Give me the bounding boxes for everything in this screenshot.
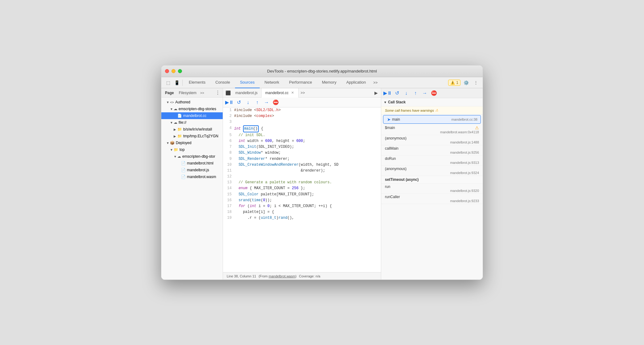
resume-button[interactable]: ▶⏸ — [225, 98, 233, 106]
code-line-12: 12 — [223, 174, 381, 180]
tree-file-protocol[interactable]: ▼ ☁ file:// — [161, 119, 223, 126]
tab-sources[interactable]: Sources — [235, 77, 260, 88]
code-line-19: 19 .r = (uint8_t)rand(), — [223, 215, 381, 221]
step-into-button[interactable]: ↓ — [244, 98, 252, 106]
tab-application[interactable]: Application — [341, 77, 371, 88]
call-frame-anon2[interactable]: (anonymous) mandelbrot.js:9324 — [381, 166, 483, 176]
editor-tab-js[interactable]: mandelbrot.js — [232, 88, 262, 98]
warning-icon: ⚠️ — [450, 81, 455, 85]
call-stack-header[interactable]: ▼ Call Stack — [381, 98, 483, 106]
code-line-16: 16 srand(time(0)); — [223, 197, 381, 203]
tree-authored[interactable]: ▼ <> Authored — [161, 99, 223, 106]
code-line-7: 7 SDL_Init(SDL_INIT_VIDEO); — [223, 144, 381, 150]
tree-mandelbrot-html[interactable]: 📄 mandelbrot.html — [161, 160, 223, 167]
step-button[interactable]: → — [262, 98, 270, 106]
sidebar-tab-filesystem[interactable]: Filesystem — [176, 88, 199, 98]
status-line-col: Line 38, Column 11 — [227, 274, 256, 278]
frame-name-callmain: callMain — [385, 146, 479, 151]
rp-step-button[interactable]: → — [421, 89, 429, 97]
tree-install-folder[interactable]: ▶ 📁 b/s/w/ir/x/w/install — [161, 126, 223, 133]
close-tab-cc-button[interactable]: ✕ — [290, 91, 295, 95]
call-frame-run[interactable]: run mandelbrot.js:9320 — [381, 184, 483, 194]
tab-console[interactable]: Console — [210, 77, 235, 88]
frame-name-dorun: doRun — [385, 156, 479, 161]
sidebar-tab-page[interactable]: Page — [163, 88, 176, 98]
minimize-button[interactable] — [171, 69, 175, 73]
tree-tmp-folder[interactable]: ▶ 📁 tmp/tmp.ELcTq2YGN — [161, 133, 223, 139]
frame-loc-run: mandelbrot.js:9320 — [385, 189, 479, 193]
rp-deactivate-button[interactable]: ⛔ — [430, 89, 438, 97]
call-frame-anon1[interactable]: (anonymous) mandelbrot.js:1488 — [381, 135, 483, 145]
call-frame-main[interactable]: ➤ main mandelbrot.cc:38 — [383, 115, 481, 124]
file-icon: 📄 — [177, 114, 182, 118]
code-line-14: 14 enum { MAX_ITER_COUNT = 256 }; — [223, 185, 381, 191]
tree-deployed[interactable]: ▼ 📦 Deployed — [161, 139, 223, 146]
code-line-11: 11 &renderer); — [223, 168, 381, 174]
status-from: (From mandelbrot.wasm) — [258, 274, 296, 278]
editor-tab-cc[interactable]: mandelbrot.cc ✕ — [262, 88, 299, 98]
more-tabs-button[interactable]: >> — [371, 77, 380, 88]
call-stack-warning: Some call frames have warnings ⚠ — [381, 106, 483, 114]
rp-step-into-button[interactable]: ↓ — [402, 89, 410, 97]
settings-icon[interactable]: ⚙️ — [462, 78, 470, 87]
separator — [182, 80, 183, 86]
sidebar-tab-bar: Page Filesystem >> ⋮ — [161, 88, 223, 98]
folder-icon-3: 📁 — [174, 148, 178, 152]
tree-mandelbrot-js[interactable]: 📄 mandelbrot.js — [161, 167, 223, 173]
tab-elements[interactable]: Elements — [184, 77, 210, 88]
code-line-2: 2 #include <complex> — [223, 113, 381, 119]
tree-emscripten-cloud[interactable]: ▼ ☁ emscripten-dbg-stories — [161, 106, 223, 112]
call-frame-callmain[interactable]: callMain mandelbrot.js:9256 — [381, 145, 483, 156]
editor-tab-bar: ⬛ mandelbrot.js mandelbrot.cc ✕ >> ▶ — [223, 88, 381, 98]
editor-debug-toolbar: ▶⏸ ↺ ↓ ↑ → ⛔ — [223, 98, 381, 107]
device-icon[interactable]: 📱 — [172, 78, 181, 87]
devtools-window: DevTools - emscripten-dbg-stories.netlif… — [161, 65, 483, 280]
maximize-button[interactable] — [178, 69, 182, 73]
frame-loc-anon2: mandelbrot.js:9324 — [385, 171, 479, 175]
sidebar-menu-button[interactable]: ⋮ — [214, 90, 221, 96]
run-snippet-button[interactable]: ▶ — [372, 89, 380, 97]
folder-icon-2: 📁 — [177, 134, 182, 138]
deactivate-breakpoints-button[interactable]: ⛔ — [272, 98, 280, 106]
collapse-sidebar-button[interactable]: ⬛ — [224, 89, 232, 97]
frame-name-smain: $main — [385, 126, 395, 130]
traffic-lights — [165, 69, 182, 73]
tab-performance[interactable]: Performance — [284, 77, 317, 88]
frame-loc-main: mandelbrot.cc:38 — [452, 118, 477, 121]
sidebar-more-button[interactable]: >> — [200, 91, 204, 95]
frame-name-run: run — [385, 185, 479, 189]
tree-mandelbrot-cc[interactable]: 📄 mandelbrot.cc — [161, 112, 223, 119]
inspect-icon[interactable]: ⬚ — [164, 78, 172, 87]
tab-memory[interactable]: Memory — [317, 77, 341, 88]
code-editor[interactable]: 1 #include <SDL2/SDL.h> 2 #include <comp… — [223, 107, 381, 272]
tree-emscripten-cloud-deployed[interactable]: ▼ ☁ emscripten-dbg-stor — [161, 153, 223, 160]
editor-more-tabs-button[interactable]: >> — [299, 91, 307, 95]
frame-loc-runcaller: mandelbrot.js:9233 — [385, 199, 479, 203]
warning-badge[interactable]: ⚠️ 1 — [448, 80, 460, 86]
code-icon: <> — [170, 100, 174, 104]
tree-mandelbrot-wasm[interactable]: 📄 mandelbrot.wasm — [161, 173, 223, 180]
call-frame-smain[interactable]: $main ⚠ mandelbrot.wasm:0x4118 — [381, 124, 483, 135]
call-frame-runcaller[interactable]: runCaller mandelbrot.js:9233 — [381, 194, 483, 204]
wasm-file-icon: 📄 — [181, 175, 186, 179]
tab-network[interactable]: Network — [260, 77, 284, 88]
tree-top-folder[interactable]: ▼ 📁 top — [161, 146, 223, 153]
file-tree: ▼ <> Authored ▼ ☁ emscripten-dbg-stories — [161, 98, 223, 280]
frame-name-anon2: (anonymous) — [385, 167, 479, 171]
titlebar: DevTools - emscripten-dbg-stories.netlif… — [161, 65, 483, 77]
close-button[interactable] — [165, 69, 169, 73]
rp-resume-button[interactable]: ▶⏸ — [384, 89, 392, 97]
call-stack-title: Call Stack — [388, 100, 406, 104]
call-frame-settimeout[interactable]: setTimeout (async) — [381, 176, 483, 184]
call-frame-dorun[interactable]: doRun mandelbrot.js:9313 — [381, 156, 483, 166]
step-over-button[interactable]: ↺ — [235, 98, 243, 106]
editor-status-bar: Line 38, Column 11 (From mandelbrot.wasm… — [223, 272, 381, 280]
warning-triangle-icon: ⚠ — [435, 108, 438, 112]
rp-step-out-button[interactable]: ↑ — [411, 89, 419, 97]
more-options-icon[interactable]: ⋮ — [472, 78, 480, 87]
right-panel: ▶⏸ ↺ ↓ ↑ → ⛔ ▼ Call Stack Some call fram… — [381, 88, 483, 280]
main-layout: Page Filesystem >> ⋮ ▼ <> Authored — [161, 88, 483, 280]
step-out-button[interactable]: ↑ — [253, 98, 261, 106]
status-file-link[interactable]: mandelbrot.wasm — [269, 274, 295, 278]
rp-step-over-button[interactable]: ↺ — [393, 89, 401, 97]
